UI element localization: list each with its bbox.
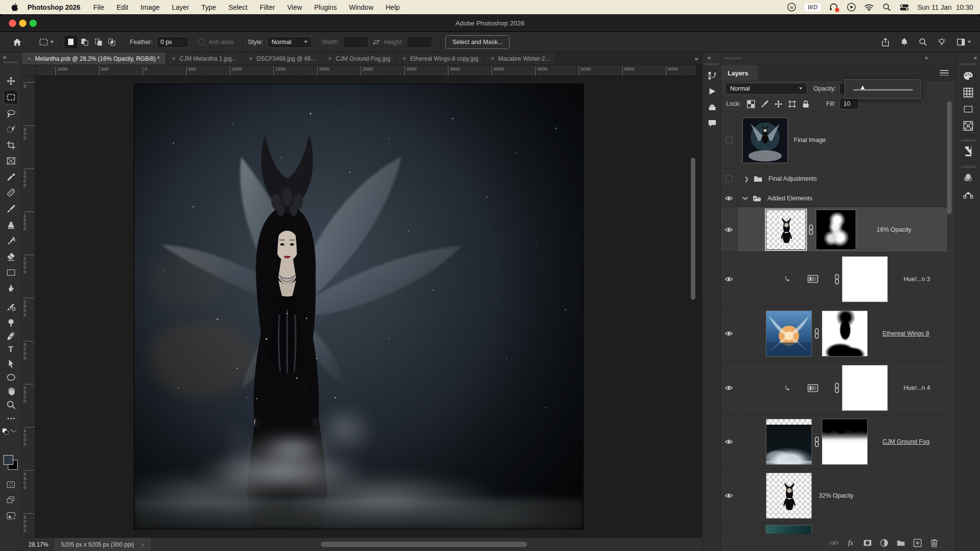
layer-row-final-adjustments[interactable]: ❯ Final Adjustments [721,168,947,190]
visibility-toggle[interactable] [721,306,737,360]
rail-collapse-icon[interactable]: « [974,54,976,61]
menu-item-type[interactable]: Type [201,3,216,11]
default-colors-icon[interactable] [2,429,8,434]
swap-colors-icon[interactable]: ⤸ [10,429,17,432]
rail-grip[interactable] [961,166,975,168]
close-tab-icon[interactable]: × [27,55,31,62]
menu-item-plugins[interactable]: Plugins [314,3,337,11]
wd-badge-icon[interactable]: WD [805,3,821,11]
patterns-panel-icon[interactable] [962,120,974,132]
move-tool[interactable] [4,74,18,88]
document-tab-cjm-melantha[interactable]: ×CJM Melantha 1.jpg... [166,52,243,65]
crop-tool[interactable] [4,138,18,152]
layer-thumbnail[interactable] [766,210,806,250]
visibility-toggle[interactable] [721,523,737,534]
ellipse-shape-tool[interactable] [4,370,18,384]
mask-link-icon[interactable] [834,274,840,285]
close-tab-icon[interactable]: × [172,55,176,62]
new-group-button[interactable] [896,538,906,548]
close-tab-icon[interactable]: × [402,55,406,62]
lock-image-pixels-icon[interactable] [760,100,769,108]
adjustment-mask-thumbnail[interactable] [842,256,888,302]
style-select[interactable]: Normal▼ [267,36,312,48]
mask-link-icon[interactable] [814,328,820,339]
new-adjustment-layer-button[interactable] [879,538,889,548]
horizontal-ruler[interactable]: 1000500050010001500200025003000350040004… [22,65,696,76]
path-selection-tool[interactable] [4,357,18,370]
home-button[interactable] [13,38,22,47]
status-chevron-icon[interactable]: › [142,541,144,548]
visibility-off-checkbox[interactable] [726,175,733,182]
layer-row-final-image[interactable]: Final Image [721,112,947,168]
eraser-tool[interactable] [4,249,18,263]
lock-all-icon[interactable] [802,100,810,108]
visibility-toggle[interactable] [721,190,737,207]
visibility-toggle[interactable] [721,207,737,252]
mask-link-icon[interactable] [834,383,840,393]
adjustments-panel-icon[interactable] [962,172,974,184]
menu-item-file[interactable]: File [93,3,104,11]
layer-name[interactable]: Hue/...n 4 [904,384,930,391]
visibility-toggle[interactable] [721,361,737,415]
edit-toolbar-button[interactable] [4,411,18,425]
history-brush-tool[interactable] [4,234,18,247]
screen-mirroring-icon[interactable] [847,2,856,12]
app-menu-title[interactable]: Photoshop 2026 [27,3,80,11]
rectangular-marquee-tool[interactable] [4,90,18,104]
layer-mask-thumbnail[interactable] [816,210,856,250]
paths-panel-icon[interactable] [962,189,974,200]
select-and-mask-button[interactable]: Select and Mask... [445,35,510,49]
search-icon[interactable] [919,38,927,46]
layer-name[interactable]: 16% Opacity [877,226,911,233]
menu-item-help[interactable]: Help [386,3,400,11]
layer-name[interactable]: CJM Ground Fog [882,438,930,445]
layer-row-partial[interactable] [721,523,947,534]
antialias-checkbox[interactable] [198,39,205,45]
layer-name[interactable]: 32% Opacity [819,492,854,499]
layer-style-button[interactable]: fx [846,538,856,548]
menu-item-layer[interactable]: Layer [172,3,189,11]
discover-lightbulb-icon[interactable] [937,38,946,47]
menu-item-select[interactable]: Select [228,3,247,11]
blend-mode-select[interactable]: Normal▼ [725,83,808,95]
headset-notification-icon[interactable] [829,2,838,12]
notifications-bell-icon[interactable] [900,38,908,46]
link-layers-button[interactable] [829,538,839,548]
menu-bar-clock[interactable]: Sun 11 Jan 10:30 [917,3,973,11]
group-expand-chevron[interactable]: ❯ [742,196,749,200]
zoom-level-field[interactable]: 28.17% [28,541,49,548]
gradient-tool[interactable] [4,265,18,279]
strip-grip[interactable] [706,63,718,65]
lock-position-icon[interactable] [774,100,783,108]
eye-icon[interactable] [725,276,733,282]
foreground-color-swatch[interactable] [3,455,13,465]
visibility-toggle[interactable] [721,415,737,468]
eye-icon[interactable] [725,195,733,201]
tool-preset-marquee-icon[interactable] [39,37,49,47]
visibility-off-checkbox[interactable] [726,137,733,144]
rail-grip[interactable] [961,140,975,142]
canvas-artwork[interactable] [134,84,583,529]
menu-item-edit[interactable]: Edit [117,3,128,11]
adjustment-mask-thumbnail[interactable] [842,365,888,411]
layer-thumbnail[interactable] [766,473,812,519]
menu-item-filter[interactable]: Filter [260,3,275,11]
document-tab-ground-fog[interactable]: ×CJM Ground Fog.jpg [322,52,397,65]
document-tab-macabre-winter[interactable]: ×Macabre Winter-2... [485,52,556,65]
menu-item-view[interactable]: View [287,3,302,11]
vertical-ruler[interactable]: 0500100015002000250030003500400045005000 [22,76,35,537]
eyedropper-tool[interactable] [4,170,18,184]
color-panel-icon[interactable] [962,70,974,82]
layer-thumbnail[interactable] [766,311,812,357]
chevron-down-icon[interactable]: ▼ [49,40,54,44]
layer-name[interactable]: Final Image [794,137,826,144]
fill-value-field[interactable]: 10 [839,98,859,110]
layer-mask-thumbnail[interactable] [822,419,868,465]
group-name[interactable]: Added Elements [767,195,812,202]
close-tab-icon[interactable]: × [490,55,494,62]
close-tab-icon[interactable]: × [249,55,253,62]
layer-mask-thumbnail[interactable] [822,311,868,357]
layer-thumbnail[interactable] [742,118,788,163]
panel-grip[interactable] [725,57,741,59]
close-tab-icon[interactable]: × [328,55,332,62]
